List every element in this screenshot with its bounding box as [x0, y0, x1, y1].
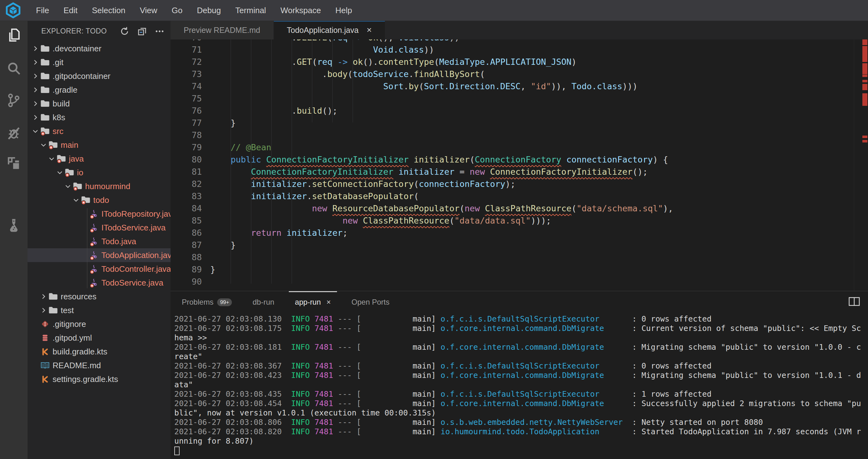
files-icon[interactable] — [5, 26, 23, 44]
tree-item-build[interactable]: build — [28, 97, 170, 111]
menu-item-workspace[interactable]: Workspace — [273, 6, 328, 15]
tree-item-.gradle[interactable]: .gradle — [28, 83, 170, 97]
chevron-down-icon[interactable] — [56, 168, 64, 177]
tree-item-Todo.java[interactable]: Todo.java — [28, 234, 170, 248]
tree-item-humourmind[interactable]: humourmind — [28, 179, 170, 193]
tree-item-label: io — [77, 168, 83, 177]
activity-bar — [0, 21, 28, 459]
chevron-right-icon[interactable] — [31, 86, 39, 94]
editor-tab-preview-readme.md[interactable]: Preview README.md — [170, 21, 274, 39]
panel-tab-app-run[interactable]: app-run× — [289, 291, 337, 313]
more-icon[interactable] — [154, 26, 165, 37]
tree-item-test[interactable]: test — [28, 304, 170, 317]
tree-item-ITodoRepository.java[interactable]: ITodoRepository.java — [28, 207, 170, 221]
tree-item-label: java — [69, 154, 84, 164]
line-number: 85 — [170, 214, 202, 227]
error-mark — [862, 84, 867, 90]
code-line: 72.GET(req -> ok().contentType(MediaType… — [170, 56, 854, 68]
code-line: 84new ResourceDatabasePopulator(new Clas… — [170, 202, 854, 214]
refresh-icon[interactable] — [119, 26, 130, 37]
tree-item-todo[interactable]: todo — [28, 193, 170, 207]
tree-item-label: ITodoService.java — [101, 223, 165, 233]
code-editor[interactable]: 70.DELETE(req -> ok(), Void.class))71Voi… — [170, 39, 868, 291]
error-mark — [862, 46, 867, 62]
panel-columns-icon[interactable] — [848, 297, 860, 308]
chevron-right-icon[interactable] — [31, 113, 39, 121]
folder-err-icon — [40, 126, 50, 136]
line-number: 83 — [170, 190, 202, 202]
search-icon[interactable] — [5, 59, 23, 77]
chevron-right-icon[interactable] — [39, 292, 48, 300]
tree-item-resources[interactable]: resources — [28, 290, 170, 304]
source-control-icon[interactable] — [5, 91, 23, 109]
menu-item-help[interactable]: Help — [328, 6, 359, 15]
line-number: 87 — [170, 239, 202, 251]
tree-item-build.gradle.kts[interactable]: build.gradle.kts — [28, 345, 170, 358]
panel-tab-open-ports[interactable]: Open Ports — [345, 291, 396, 313]
debug-icon[interactable] — [5, 124, 23, 142]
folder-icon — [40, 112, 50, 122]
tree-item-.gitpodcontainer[interactable]: .gitpodcontainer — [28, 69, 170, 83]
terminal-output[interactable]: 2021-06-27 02:03:08.130 INFO 7481 --- [ … — [174, 314, 868, 459]
tree-item-io[interactable]: io — [28, 166, 170, 179]
error-mark — [862, 39, 867, 45]
close-icon[interactable]: × — [327, 298, 331, 307]
chevron-right-icon[interactable] — [31, 99, 39, 108]
chevron-right-icon[interactable] — [31, 58, 39, 66]
tree-item-ITodoService.java[interactable]: ITodoService.java — [28, 221, 170, 234]
tree-item-.gitignore[interactable]: .gitignore — [28, 317, 170, 331]
menu-item-view[interactable]: View — [133, 6, 164, 15]
folder-err-icon — [48, 140, 58, 150]
code-line: 78 — [170, 129, 854, 141]
tree-item-label: .gradle — [53, 85, 78, 95]
tree-item-src[interactable]: src — [28, 124, 170, 138]
tree-item-main[interactable]: main — [28, 138, 170, 152]
tree-item-settings.gradle.kts[interactable]: settings.gradle.kts — [28, 372, 170, 386]
code-line: 75 — [170, 92, 854, 105]
close-icon[interactable]: × — [367, 25, 372, 35]
chevron-right-icon[interactable] — [31, 72, 39, 80]
tree-item-label: TodoApplication.java — [101, 251, 170, 260]
menu-item-debug[interactable]: Debug — [190, 6, 228, 15]
tree-item-TodoService.java[interactable]: TodoService.java — [28, 276, 170, 290]
tree-item-label: Todo.java — [101, 237, 136, 247]
editor-tab-todoapplication.java[interactable]: TodoApplication.java× — [274, 21, 385, 39]
panel-tab-db-run[interactable]: db-run — [246, 291, 280, 313]
tree-item-label: build.gradle.kts — [53, 347, 107, 356]
line-number: 74 — [170, 80, 202, 92]
chevron-right-icon[interactable] — [39, 306, 48, 314]
chevron-spacer — [31, 375, 39, 383]
line-number: 82 — [170, 178, 202, 190]
menu-item-go[interactable]: Go — [164, 6, 190, 15]
menu-item-terminal[interactable]: Terminal — [228, 6, 273, 15]
menu-item-file[interactable]: File — [29, 6, 56, 15]
code-line: 83initializer.setDatabasePopulator( — [170, 190, 854, 202]
tree-item-.git[interactable]: .git — [28, 55, 170, 69]
tree-item-.devcontainer[interactable]: .devcontainer — [28, 41, 170, 55]
plugins-icon[interactable] — [5, 155, 23, 173]
tree-item-.gitpod.yml[interactable]: .gitpod.yml — [28, 331, 170, 345]
code-line: 80public ConnectionFactoryInitializer in… — [170, 153, 854, 166]
tree-item-TodoApplication.java[interactable]: TodoApplication.java — [28, 248, 170, 262]
test-flask-icon[interactable] — [5, 217, 23, 234]
chevron-right-icon[interactable] — [31, 45, 39, 53]
chevron-down-icon[interactable] — [39, 141, 48, 149]
collapse-all-icon[interactable] — [137, 26, 147, 37]
tree-item-TodoController.java[interactable]: TodoController.java — [28, 262, 170, 276]
chevron-down-icon[interactable] — [64, 182, 72, 190]
tree-item-label: .gitignore — [53, 319, 86, 329]
db-icon — [40, 333, 50, 343]
menu-item-edit[interactable]: Edit — [56, 6, 85, 15]
code-line: 77} — [170, 117, 854, 129]
tree-item-java[interactable]: java — [28, 152, 170, 166]
chevron-down-icon[interactable] — [31, 127, 39, 135]
menu-item-selection[interactable]: Selection — [85, 6, 133, 15]
chevron-spacer — [31, 334, 39, 342]
chevron-down-icon[interactable] — [72, 196, 80, 204]
line-number: 76 — [170, 105, 202, 117]
chevron-down-icon[interactable] — [48, 155, 56, 163]
panel-tab-problems[interactable]: Problems99+ — [176, 291, 238, 313]
tree-item-label: src — [53, 126, 64, 136]
tree-item-k8s[interactable]: k8s — [28, 111, 170, 124]
tree-item-README.md[interactable]: README.md — [28, 358, 170, 372]
